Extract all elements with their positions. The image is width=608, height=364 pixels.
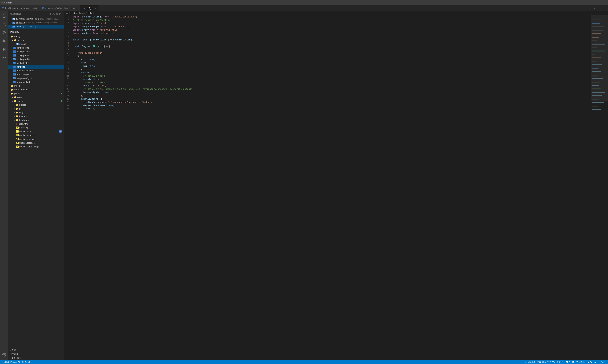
folder-mock[interactable]: ▸ 📁 mock xyxy=(8,84,64,88)
file-ueditor-parse-min-js[interactable]: JS ueditor.parse.min.js xyxy=(8,145,64,148)
line-content[interactable]: }, xyxy=(72,94,591,97)
line-content[interactable]: locale: { xyxy=(72,71,591,74)
tab-close-button[interactable]: × xyxy=(94,7,97,10)
line-content[interactable]: import slash from 'slash2'; xyxy=(72,22,591,25)
folder-public[interactable]: ▾ 📁 public xyxy=(8,91,64,95)
file-proxy-config[interactable]: TS proxy.config.ts xyxy=(8,80,64,84)
line-content[interactable]: enable: true, xyxy=(72,78,591,81)
line-content[interactable]: // default zh-CN xyxy=(72,81,591,84)
tab-configTs[interactable]: TS config.ts × xyxy=(80,5,99,11)
new-folder-icon[interactable]: 🗁 xyxy=(52,13,55,15)
file-ueditor-all-min-js[interactable]: JS ueditor.all.min.js xyxy=(8,133,64,137)
folder-routers[interactable]: ▾ 📁 routers xyxy=(8,38,64,42)
folder-dialogs[interactable]: ▸ 📁 dialogs xyxy=(8,103,64,107)
title-dots[interactable]: ... xyxy=(13,1,17,4)
file-internal-js[interactable]: JS internal.js xyxy=(8,126,64,130)
open-editor-formUploadPdf[interactable]: TS formUploadPdf.tsx src/components... xyxy=(8,17,64,21)
back-icon[interactable]: ← xyxy=(596,7,598,10)
status-branch[interactable]: ⎇ github: Express Off xyxy=(1,361,20,363)
file-config-prod[interactable]: TS config.prod.ts xyxy=(8,57,64,61)
status-prettier[interactable]: ✓ Prettier xyxy=(598,361,607,363)
file-ueditor-config-js[interactable]: JS ueditor.config.js xyxy=(8,137,64,141)
folder-config[interactable]: ▾ 📁 config xyxy=(8,34,64,38)
line-content[interactable]: loadingComponent: './components/PageLoad… xyxy=(72,101,591,104)
forward-icon[interactable]: → xyxy=(599,7,601,10)
line-content[interactable]: const plugins: IPlugin[] = [ xyxy=(72,45,591,48)
line-content[interactable]: dynamicImport: { xyxy=(72,97,591,101)
line-content[interactable]: baseNavigator: true, xyxy=(72,91,591,94)
collapse-icon[interactable]: ⊟ xyxy=(59,13,62,15)
tab-indexTs[interactable]: TS index.ts src/api/brand-manager/prod..… xyxy=(40,5,80,11)
file-config-dev[interactable]: TS config.dev.ts xyxy=(8,46,64,50)
line-content[interactable]: { xyxy=(72,55,591,58)
split-icon[interactable]: ⊞ xyxy=(594,7,595,10)
line-content[interactable]: antd: true, xyxy=(72,58,591,61)
code-editor[interactable]: 3 import defaultSettings from './default… xyxy=(64,15,591,360)
line-content[interactable]: import defaultSettings from './defaultSe… xyxy=(72,15,591,18)
status-chars[interactable]: 字符: 2 xyxy=(557,361,563,364)
activity-git[interactable] xyxy=(0,28,8,37)
line-content[interactable]: hmr: true, xyxy=(72,65,591,68)
folder-icons[interactable]: ▸ 📁 icons xyxy=(8,95,64,99)
line-content[interactable]: }, xyxy=(72,68,591,71)
file-ueditor-parse-js[interactable]: JS ueditor.parse.js xyxy=(8,141,64,145)
file-defaultSettings[interactable]: TS defaultSettings.ts xyxy=(8,69,64,72)
file-ueditor-all-js[interactable]: JS ueditor.all.js 9+ xyxy=(8,130,64,133)
status-language[interactable]: TypeScript xyxy=(577,361,585,363)
more-icon[interactable]: ··· xyxy=(602,7,607,10)
line-content[interactable]: // default false xyxy=(72,74,591,78)
line-content[interactable]: [ xyxy=(72,48,591,51)
line-content[interactable]: webpackChunkName: true, xyxy=(72,104,591,107)
refresh-icon[interactable]: ↻ xyxy=(56,13,58,15)
file-config-ts[interactable]: TS config.ts xyxy=(8,65,64,69)
timeline-section[interactable]: ▸ 时间线 xyxy=(8,352,64,356)
breadcrumb-config[interactable]: config xyxy=(66,12,71,14)
line-content[interactable]: 'umi-plugin-react', xyxy=(72,51,591,55)
line-content[interactable]: const { pwa, primaryColor } = defaultSet… xyxy=(72,38,591,41)
run-icon[interactable]: ▷ xyxy=(588,7,590,10)
line-content[interactable] xyxy=(72,35,591,38)
file-config-test[interactable]: TS config.test.ts xyxy=(8,61,64,65)
open-editor-indexTs[interactable]: TS index.ts src/api/brand-manager/prod..… xyxy=(8,21,64,25)
line-content[interactable] xyxy=(72,41,591,45)
line-content[interactable]: level: 3, xyxy=(72,107,591,110)
line-content[interactable]: // default true, when it is true, will u… xyxy=(72,88,591,91)
line-content[interactable]: import webpackPlugin from './plugin.conf… xyxy=(72,25,591,28)
status-eol[interactable]: LF xyxy=(572,361,574,363)
status-golive[interactable]: ◉ Go Live xyxy=(588,361,596,363)
activity-files[interactable] xyxy=(0,12,8,20)
activity-extensions[interactable] xyxy=(0,37,8,45)
new-file-icon[interactable]: 🗋 xyxy=(49,13,51,15)
tab-formUploadPdf[interactable]: TS formUploadPdf.tsx src/components... xyxy=(0,5,40,11)
folder-themes[interactable]: ▸ 📁 themes xyxy=(8,114,64,118)
status-git-graph[interactable]: Git Graph xyxy=(22,361,30,363)
history-icon[interactable]: ↺ xyxy=(591,7,592,10)
line-content[interactable]: dva: { xyxy=(72,61,591,65)
folder-jsp[interactable]: ▸ 📁 jsp xyxy=(8,107,64,110)
activity-run[interactable] xyxy=(0,45,8,53)
line-content[interactable]: // https://umijs.org/config/ xyxy=(72,18,591,22)
breadcrumb-config-ts[interactable]: ⚙ config.ts xyxy=(73,12,83,14)
folder-ueditor[interactable]: ▾ 📁 ueditor xyxy=(8,99,64,103)
folder-node-modules[interactable]: ▸ 📁 node_modules xyxy=(8,88,64,91)
open-editor-configTs[interactable]: TS config.ts config xyxy=(8,25,64,28)
status-encoding[interactable]: UTF-8 xyxy=(565,361,570,363)
file-index-html[interactable]: ◈ index.html xyxy=(8,122,64,126)
file-plugin-config[interactable]: TS plugin.config.ts xyxy=(8,76,64,80)
folder-third-party[interactable]: ▸ 📁 third-party xyxy=(8,118,64,122)
line-content[interactable]: import routers from './routers'; xyxy=(72,32,591,35)
outline-section[interactable]: ▸ 大纲 xyxy=(8,349,64,352)
breadcrumb-default[interactable]: ⬡ default xyxy=(86,12,94,14)
file-config-pre[interactable]: TS config.pre.ts xyxy=(8,53,64,57)
activity-settings[interactable] xyxy=(0,351,8,359)
status-position[interactable]: ▲ yul 3年前 行 103 列 40 (已选 38) xyxy=(525,361,555,364)
activity-search[interactable] xyxy=(0,20,8,28)
npm-scripts-section[interactable]: ▸ NPM 脚本 xyxy=(8,356,64,360)
folder-lang[interactable]: ▸ 📁 lang xyxy=(8,110,64,114)
line-content[interactable]: import proxy from './proxy.config'; xyxy=(72,28,591,32)
file-env-config[interactable]: TS env.config.ts xyxy=(8,72,64,76)
activity-debug[interactable] xyxy=(0,53,8,62)
line-content[interactable]: default: 'zh-CN', xyxy=(72,84,591,88)
file-routers-index[interactable]: TS index.ts xyxy=(8,42,64,46)
file-config-local[interactable]: TS config.local.ts xyxy=(8,50,64,53)
